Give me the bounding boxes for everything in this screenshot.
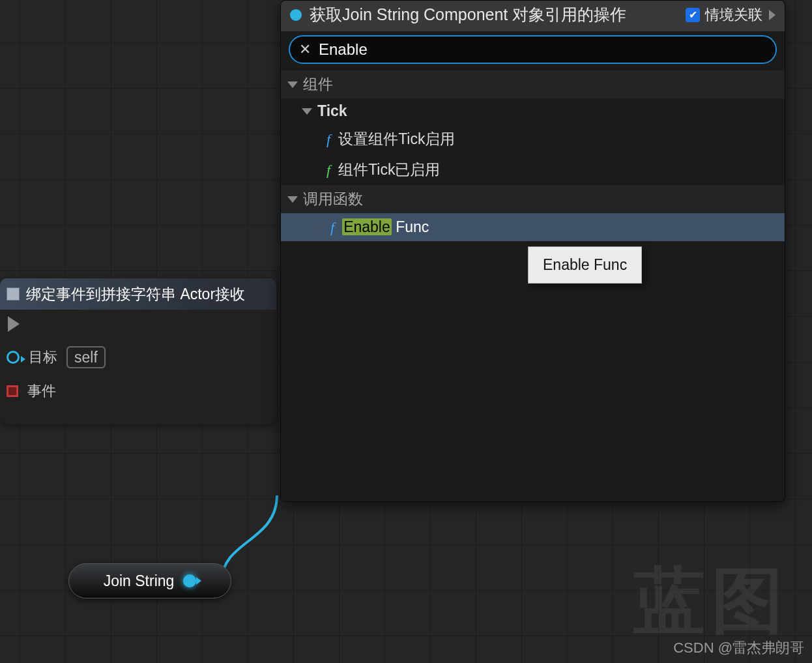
item-label: 组件Tick已启用 xyxy=(338,160,440,180)
subcategory-label: Tick xyxy=(317,102,347,120)
context-list[interactable]: 组件 Tick f 设置组件Tick启用 f 组件Tick已启用 调用函数 ☆ … xyxy=(281,70,785,501)
context-menu-title-wrap: 获取Join String Component 对象引用的操作 xyxy=(290,5,679,25)
tooltip: Enable Func xyxy=(528,246,642,284)
context-toggle-label: 情境关联 xyxy=(705,5,762,25)
search-input[interactable] xyxy=(319,40,766,59)
target-label: 目标 xyxy=(29,347,57,367)
context-bullet-icon xyxy=(290,9,302,21)
function-icon: f xyxy=(330,219,334,236)
function-icon: f xyxy=(326,131,330,148)
checkbox-icon: ✔ xyxy=(686,8,700,22)
list-item[interactable]: f 组件Tick已启用 xyxy=(281,155,785,185)
target-pin-row: 目标 self xyxy=(7,346,270,368)
clear-icon[interactable]: ✕ xyxy=(299,41,311,58)
exec-input-pin[interactable] xyxy=(8,316,20,332)
highlight: Enable xyxy=(342,218,392,235)
node-header-icon xyxy=(7,287,20,301)
item-label: Enable Func xyxy=(342,218,429,236)
category-label: 组件 xyxy=(303,74,333,95)
triangle-down-icon xyxy=(302,108,312,115)
node-join-string[interactable]: Join String xyxy=(68,563,231,598)
category-label: 调用函数 xyxy=(303,189,363,209)
subcategory-tick[interactable]: Tick xyxy=(281,98,785,124)
list-item-selected[interactable]: ☆ f Enable Func xyxy=(281,213,785,241)
node-body: 目标 self 事件 xyxy=(0,310,276,424)
item-label: 设置组件Tick启用 xyxy=(338,129,455,149)
event-pin-row: 事件 xyxy=(7,381,270,401)
category-call-function[interactable]: 调用函数 xyxy=(281,185,785,213)
category-components[interactable]: 组件 xyxy=(281,70,785,98)
node-bind-event[interactable]: 绑定事件到拼接字符串 Actor接收 目标 self 事件 xyxy=(0,278,276,424)
chevron-right-icon[interactable] xyxy=(769,10,776,20)
event-pin-icon[interactable] xyxy=(7,385,18,397)
context-menu-title: 获取Join String Component 对象引用的操作 xyxy=(310,5,626,25)
node-title: 绑定事件到拼接字符串 Actor接收 xyxy=(26,284,245,304)
context-menu-header: 获取Join String Component 对象引用的操作 ✔ 情境关联 xyxy=(281,1,785,31)
target-pin-icon[interactable] xyxy=(7,351,20,364)
node-title-bar: 绑定事件到拼接字符串 Actor接收 xyxy=(0,278,276,310)
triangle-down-icon xyxy=(287,81,298,88)
function-icon: f xyxy=(326,162,330,179)
favorite-star-icon[interactable]: ☆ xyxy=(312,220,323,235)
triangle-down-icon xyxy=(287,196,298,203)
tooltip-text: Enable Func xyxy=(543,256,627,273)
context-toggle[interactable]: ✔ 情境关联 xyxy=(686,5,762,25)
node-label: Join String xyxy=(104,572,175,590)
context-search[interactable]: ✕ xyxy=(289,35,777,64)
target-self-chip[interactable]: self xyxy=(66,346,106,368)
event-label: 事件 xyxy=(27,381,56,401)
list-item[interactable]: f 设置组件Tick启用 xyxy=(281,124,785,155)
output-pin[interactable] xyxy=(183,574,196,587)
